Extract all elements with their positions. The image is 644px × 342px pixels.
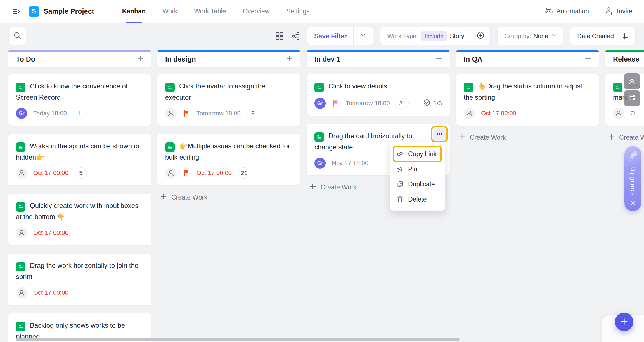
work-type-label: Work Type: bbox=[387, 32, 418, 40]
due-date: Oct 17 00:00 bbox=[481, 110, 516, 117]
due-date: Tomorrow 18:00 bbox=[346, 100, 390, 107]
kanban-card[interactable]: Works in the sprints can be shown or hid… bbox=[8, 134, 151, 186]
assignee-placeholder-icon[interactable] bbox=[464, 108, 475, 119]
due-date: Today 18:00 bbox=[33, 110, 67, 117]
plus-icon bbox=[309, 183, 317, 192]
group-by-value: None bbox=[534, 32, 548, 40]
sort-direction-icon[interactable] bbox=[620, 27, 635, 45]
structure-view-button[interactable] bbox=[624, 90, 640, 106]
due-date: Oct 17 00:00 bbox=[196, 169, 232, 177]
sort-by-button[interactable]: Date Created bbox=[570, 27, 636, 45]
story-icon bbox=[165, 142, 175, 152]
kanban-card[interactable]: 👉Multiple issues can be checked for bulk… bbox=[157, 134, 300, 186]
kanban-card[interactable]: Click the avatar to assign the executor … bbox=[157, 74, 300, 126]
column-title: Release bbox=[613, 54, 640, 63]
add-filter-button[interactable] bbox=[475, 27, 490, 45]
sidebar-expand-icon[interactable] bbox=[12, 7, 21, 16]
duplicate-icon bbox=[396, 181, 404, 188]
assignee-placeholder-icon[interactable] bbox=[16, 167, 27, 179]
menu-item-label: Delete bbox=[408, 196, 427, 203]
add-card-icon[interactable] bbox=[584, 54, 592, 63]
tab-work[interactable]: Work bbox=[154, 0, 186, 23]
invite-label: Invite bbox=[617, 8, 632, 15]
rocket-icon bbox=[627, 150, 638, 163]
tab-work-table[interactable]: Work Table bbox=[186, 0, 234, 23]
menu-item-label: Pin bbox=[408, 165, 417, 173]
avatar[interactable]: Gr bbox=[314, 98, 326, 109]
group-by-select[interactable]: Group by: None bbox=[497, 27, 564, 45]
card-title: Click to know the convenience of Screen … bbox=[16, 81, 143, 102]
assignee-placeholder-icon[interactable] bbox=[16, 227, 27, 238]
upgrade-banner[interactable]: Upgrade bbox=[624, 146, 641, 211]
card-title: 👆Drag the status column to adjust the so… bbox=[464, 81, 591, 102]
column-header[interactable]: In design bbox=[157, 50, 300, 67]
create-work-button[interactable]: Create Work bbox=[605, 133, 644, 142]
include-operator-pill[interactable]: Include bbox=[421, 31, 447, 41]
kanban-card[interactable]: Drag the work horizontally to join the s… bbox=[8, 254, 151, 305]
kanban-card[interactable]: 👆Drag the status column to adjust the so… bbox=[456, 74, 599, 126]
board-toolbar: Save Filter Work Type: Include Story bbox=[0, 27, 644, 45]
automation-button[interactable]: Automation bbox=[544, 6, 589, 17]
menu-item-duplicate[interactable]: Duplicate bbox=[390, 177, 445, 192]
column-header[interactable]: To Do bbox=[8, 50, 151, 67]
check-circle-icon bbox=[423, 99, 431, 108]
column-title: In dev 1 bbox=[314, 54, 340, 63]
avatar[interactable]: Gr bbox=[16, 108, 27, 119]
create-work-button[interactable]: Create Work bbox=[157, 193, 300, 202]
trash-icon bbox=[396, 196, 404, 203]
menu-item-copy-link[interactable]: Copy Link bbox=[390, 146, 445, 161]
person-plus-icon bbox=[605, 6, 614, 17]
add-card-icon[interactable] bbox=[136, 54, 145, 63]
assignee-placeholder-icon[interactable] bbox=[165, 167, 176, 179]
assignee-placeholder-icon[interactable] bbox=[613, 108, 624, 119]
share-icon[interactable] bbox=[291, 31, 300, 41]
story-icon bbox=[314, 83, 324, 92]
save-filter-dropdown[interactable] bbox=[354, 27, 373, 45]
save-filter-action[interactable]: Save Filter bbox=[307, 27, 353, 45]
due-date: Tomorrow 18:00 bbox=[196, 110, 241, 117]
create-work-button[interactable]: Create Work bbox=[456, 133, 599, 142]
pin-icon bbox=[396, 165, 404, 173]
card-title: Works in the sprints can be shown or hid… bbox=[16, 141, 143, 162]
board-view-icon[interactable] bbox=[275, 31, 284, 41]
kanban-card[interactable]: Click to view details Gr Tomorrow 18:00 … bbox=[307, 74, 450, 116]
count-badge: 8 bbox=[247, 108, 259, 119]
assignee-placeholder-icon[interactable] bbox=[165, 108, 176, 119]
story-icon bbox=[613, 83, 622, 92]
tab-kanban[interactable]: Kanban bbox=[114, 0, 154, 23]
close-icon[interactable] bbox=[630, 200, 636, 207]
assignee-placeholder-icon[interactable] bbox=[16, 287, 27, 298]
menu-item-delete[interactable]: Delete bbox=[390, 192, 445, 207]
add-card-icon[interactable] bbox=[435, 54, 443, 63]
count-badge: 21 bbox=[396, 98, 409, 109]
horizontal-scrollbar[interactable] bbox=[16, 338, 460, 341]
column-header[interactable]: In dev 1 bbox=[307, 50, 450, 67]
scroll-to-top-button[interactable] bbox=[624, 73, 640, 89]
create-new-fab[interactable] bbox=[615, 313, 633, 331]
tab-settings[interactable]: Settings bbox=[278, 0, 318, 23]
column-header[interactable]: Release bbox=[605, 50, 644, 67]
double-chevron-up-icon bbox=[627, 76, 637, 87]
chevron-down-icon bbox=[551, 32, 557, 40]
divider bbox=[619, 32, 619, 40]
story-icon bbox=[16, 202, 25, 212]
column-title: To Do bbox=[16, 54, 35, 63]
story-icon bbox=[16, 142, 25, 152]
project-logo[interactable]: S bbox=[29, 6, 39, 17]
kanban-card[interactable]: Click to know the convenience of Screen … bbox=[8, 74, 151, 126]
add-card-icon[interactable] bbox=[285, 54, 294, 63]
avatar[interactable]: Gr bbox=[314, 158, 326, 169]
column-header[interactable]: In QA bbox=[456, 50, 599, 67]
search-button[interactable] bbox=[8, 27, 26, 45]
story-icon bbox=[16, 322, 25, 331]
sort-by-label: Date Created bbox=[577, 32, 614, 40]
tab-overview[interactable]: Overview bbox=[234, 0, 278, 23]
work-type-filter: Work Type: Include Story bbox=[380, 27, 491, 45]
card-more-menu-button[interactable] bbox=[433, 128, 446, 140]
column-in-design: In design Click the avatar to assign the… bbox=[157, 50, 300, 202]
work-type-condition[interactable]: Work Type: Include Story bbox=[380, 27, 467, 45]
kanban-card[interactable]: Quickly create work with input boxes at … bbox=[8, 194, 151, 245]
plus-icon bbox=[620, 317, 629, 327]
invite-button[interactable]: Invite bbox=[605, 6, 632, 17]
menu-item-pin[interactable]: Pin bbox=[390, 161, 445, 177]
